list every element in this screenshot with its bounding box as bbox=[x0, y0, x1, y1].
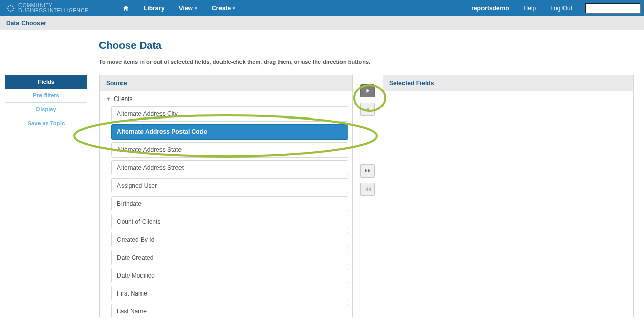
primary-nav: Library View▾ Create▾ bbox=[115, 0, 243, 16]
svg-point-2 bbox=[7, 8, 9, 9]
page-instruction: To move items in or out of selected fiel… bbox=[99, 58, 644, 65]
source-field-item[interactable]: Alternate Address Postal Code bbox=[111, 124, 348, 140]
nav-user[interactable]: reportsdemo bbox=[464, 0, 516, 16]
subbar-title: Data Chooser bbox=[6, 19, 46, 27]
dual-list: Source ▼ Clients Alternate Address CityA… bbox=[99, 75, 634, 317]
source-panel: Source ▼ Clients Alternate Address CityA… bbox=[99, 75, 353, 317]
nav-library[interactable]: Library bbox=[136, 0, 172, 16]
source-field-item[interactable]: Date Modified bbox=[111, 268, 348, 283]
svg-point-5 bbox=[12, 6, 13, 7]
nav-user-label: reportsdemo bbox=[471, 5, 509, 12]
step-fields[interactable]: Fields bbox=[5, 75, 87, 89]
selected-panel-body bbox=[383, 91, 633, 317]
step-prefilters[interactable]: Pre-filters bbox=[5, 89, 87, 103]
top-nav: COMMUNITY BUSINESS INTELLIGENCE Library … bbox=[0, 0, 644, 16]
transfer-buttons bbox=[353, 75, 383, 317]
nav-view-label: View bbox=[179, 5, 193, 12]
nav-home[interactable] bbox=[115, 0, 136, 16]
remove-all-button[interactable] bbox=[360, 183, 375, 196]
logo-icon bbox=[6, 4, 15, 13]
step-display[interactable]: Display bbox=[5, 103, 87, 116]
top-nav-right: reportsdemo Help Log Out bbox=[464, 0, 644, 16]
sub-toolbar: Data Chooser bbox=[0, 16, 644, 30]
source-field-item[interactable]: Alternate Address State bbox=[111, 142, 348, 158]
nav-logout-label: Log Out bbox=[550, 5, 572, 12]
source-field-item[interactable]: Assigned User bbox=[111, 178, 348, 193]
svg-point-4 bbox=[8, 6, 9, 7]
add-all-button[interactable] bbox=[360, 164, 375, 178]
source-field-list: Alternate Address CityAlternate Address … bbox=[111, 106, 348, 317]
triangle-down-icon: ▼ bbox=[106, 96, 111, 102]
source-field-item[interactable]: Last Name bbox=[111, 304, 348, 317]
source-field-item[interactable]: Created By Id bbox=[111, 232, 348, 247]
chooser-layout: Fields Pre-filters Display Save as Topic… bbox=[0, 75, 644, 317]
source-field-item[interactable]: Birthdate bbox=[111, 196, 348, 211]
step-prefilters-label: Pre-filters bbox=[33, 92, 59, 99]
caret-down-icon: ▾ bbox=[195, 6, 197, 11]
triangle-right-icon bbox=[365, 88, 371, 94]
nav-create-label: Create bbox=[212, 5, 231, 12]
step-fields-label: Fields bbox=[38, 78, 54, 85]
source-field-item[interactable]: Alternate Address Street bbox=[111, 160, 348, 175]
tree-node-label: Clients bbox=[114, 95, 133, 103]
triangle-left-icon bbox=[365, 106, 371, 112]
remove-button[interactable] bbox=[360, 103, 375, 116]
source-panel-title: Source bbox=[106, 80, 127, 87]
nav-library-label: Library bbox=[144, 5, 165, 12]
source-field-item[interactable]: Count of Clients bbox=[111, 214, 348, 229]
brand-logo: COMMUNITY BUSINESS INTELLIGENCE bbox=[0, 3, 94, 13]
tree-node-clients[interactable]: ▼ Clients bbox=[104, 94, 348, 104]
caret-down-icon: ▾ bbox=[233, 6, 235, 11]
main-content: Choose Data To move items in or out of s… bbox=[0, 30, 644, 317]
selected-panel-title: Selected Fields bbox=[389, 80, 434, 87]
search-input[interactable] bbox=[585, 3, 641, 14]
add-button[interactable] bbox=[360, 84, 375, 97]
source-field-item[interactable]: Date Created bbox=[111, 250, 348, 265]
svg-point-0 bbox=[10, 5, 12, 6]
nav-help-label: Help bbox=[524, 5, 536, 12]
step-save-topic[interactable]: Save as Topic bbox=[5, 116, 87, 130]
svg-point-1 bbox=[10, 11, 12, 12]
step-save-topic-label: Save as Topic bbox=[28, 120, 65, 126]
double-triangle-left-icon bbox=[364, 186, 371, 192]
source-panel-header: Source bbox=[100, 75, 352, 91]
step-display-label: Display bbox=[36, 106, 56, 112]
nav-view[interactable]: View▾ bbox=[172, 0, 205, 16]
nav-create[interactable]: Create▾ bbox=[205, 0, 243, 16]
selected-panel-header: Selected Fields bbox=[383, 75, 633, 91]
svg-point-3 bbox=[13, 8, 15, 9]
nav-help[interactable]: Help bbox=[516, 0, 544, 16]
svg-point-7 bbox=[12, 10, 13, 11]
nav-logout[interactable]: Log Out bbox=[543, 0, 579, 16]
svg-point-6 bbox=[8, 10, 9, 11]
page-title: Choose Data bbox=[99, 40, 644, 51]
source-field-item[interactable]: Alternate Address City bbox=[111, 106, 348, 122]
brand-line2: BUSINESS INTELLIGENCE bbox=[18, 8, 88, 13]
source-tree: ▼ Clients Alternate Address CityAlternat… bbox=[104, 94, 348, 317]
double-triangle-right-icon bbox=[364, 168, 371, 174]
source-field-item[interactable]: First Name bbox=[111, 286, 348, 301]
wizard-steps: Fields Pre-filters Display Save as Topic bbox=[5, 75, 87, 130]
selected-panel: Selected Fields bbox=[383, 75, 634, 317]
home-icon bbox=[122, 5, 129, 12]
source-panel-body: ▼ Clients Alternate Address CityAlternat… bbox=[100, 91, 352, 317]
